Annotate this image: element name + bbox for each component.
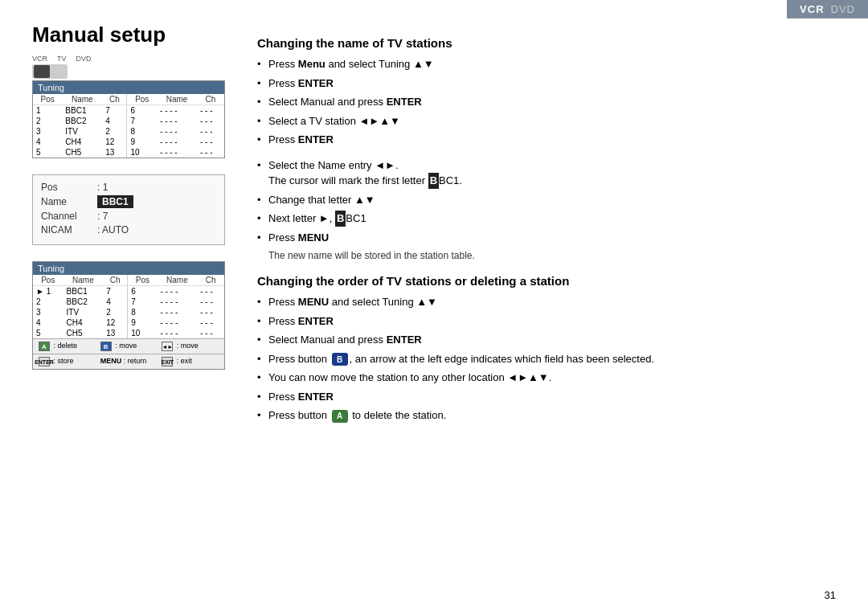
nicam-row: NICAM : AUTO	[41, 224, 216, 235]
vcr-toggle-label: VCR	[32, 55, 47, 63]
col-ch1: Ch	[102, 94, 127, 105]
bullet-1-3: Select Manual and press ENTER	[257, 94, 844, 110]
page-title: Manual setup	[32, 23, 166, 47]
legend-row: A : delete B : move ◄► : move	[33, 338, 224, 354]
col-name1: Name	[62, 94, 102, 105]
section1-bullets: Press Menu and select Tuning ▲▼ Press EN…	[257, 56, 844, 148]
tuning-box-bottom: Tuning Pos Name Ch Pos Name Ch ► 1BBC176…	[32, 261, 225, 370]
col-ch2: Ch	[197, 94, 224, 105]
table-row: 4CH4129- - - -- - -	[33, 317, 224, 328]
bullet-2-3: Select Manual and press ENTER	[257, 332, 844, 348]
next-b: B	[335, 211, 346, 227]
left-column: Tuning Pos Name Ch Pos Name Ch 1BBC176- …	[32, 80, 225, 370]
col-pos2-b: Pos	[128, 275, 158, 286]
dvd-label: DVD	[831, 3, 855, 15]
tuning-box-top-header: Tuning	[33, 81, 224, 94]
bullet-change-letter: Change that letter ▲▼	[257, 192, 844, 208]
tuning-box-top: Tuning Pos Name Ch Pos Name Ch 1BBC176- …	[32, 80, 225, 158]
bullet-press-menu: Press MENU	[257, 230, 844, 246]
table-row: 3ITV28- - - -- - -	[33, 307, 224, 317]
col-name2-b: Name	[158, 275, 198, 286]
name-value: BBC1	[97, 195, 133, 208]
col-pos1: Pos	[33, 94, 62, 105]
bullet-1-2: Press ENTER	[257, 76, 844, 92]
legend-key-menu: MENU	[100, 357, 122, 365]
channel-row: Channel : 7	[41, 211, 216, 222]
table-row: 4CH4129- - - -- - -	[33, 137, 224, 147]
legend-text-enter: : store	[54, 357, 74, 365]
bullet-2-6: Press ENTER	[257, 389, 844, 405]
btn-b-icon: B	[332, 353, 348, 366]
legend-b: B : move	[98, 341, 160, 352]
store-note: The new name will be stored in the stati…	[257, 248, 844, 263]
pos-value: : 1	[97, 182, 108, 193]
legend-key-b: B	[100, 342, 112, 351]
page-number: 31	[825, 589, 836, 601]
cursor-b: B	[428, 173, 439, 189]
bullet-2-4: Press button B, an arrow at the left edg…	[257, 351, 844, 367]
legend-menu: MENU : return	[98, 356, 160, 367]
section1-title: Changing the name of TV stations	[257, 36, 844, 50]
table-row: 2BBC247- - - -- - -	[33, 116, 224, 126]
section2-bullets: Press MENU and select Tuning ▲▼ Press EN…	[257, 294, 844, 424]
vcr-dvd-bar: VCR DVD	[787, 0, 868, 18]
table-row: 1BBC176- - - -- - -	[33, 105, 224, 117]
nicam-value: : AUTO	[97, 224, 129, 235]
channel-value: : 7	[97, 211, 108, 222]
col-name1-b: Name	[63, 275, 104, 286]
bullet-1-1: Press Menu and select Tuning ▲▼	[257, 56, 844, 72]
col-ch1-b: Ch	[103, 275, 127, 286]
bullet-2-2: Press ENTER	[257, 313, 844, 330]
btn-a-icon: A	[332, 410, 348, 423]
col-pos1-b: Pos	[33, 275, 63, 286]
name-label: Name	[41, 196, 97, 207]
tv-toggle-label: TV	[57, 55, 67, 63]
col-ch2-b: Ch	[197, 275, 224, 286]
toggle-switch[interactable]	[32, 64, 68, 79]
legend-text-menu: : return	[124, 357, 147, 365]
legend-text-b: : move	[115, 342, 137, 350]
legend-exit: EXIT : exit	[159, 356, 221, 367]
right-column: Changing the name of TV stations Press M…	[257, 36, 844, 433]
legend-key-enter: ENTER	[39, 357, 50, 366]
toggle-area: VCR TV DVD	[32, 55, 92, 79]
table-row: 3ITV28- - - -- - -	[33, 126, 224, 137]
section1: Changing the name of TV stations Press M…	[257, 36, 844, 263]
legend-arrow: ◄► : move	[159, 341, 221, 352]
tuning-table-bottom: Pos Name Ch Pos Name Ch ► 1BBC176- - - -…	[33, 275, 224, 338]
legend-text-arrow: : move	[177, 342, 199, 350]
legend-key-arrow: ◄►	[162, 342, 173, 351]
name-row: Name BBC1	[41, 195, 216, 208]
channel-label: Channel	[41, 211, 97, 222]
bullet-2-5: You can now move the station to any othe…	[257, 370, 844, 386]
section1-name-bullets: Select the Name entry ◄►. The cursor wil…	[257, 158, 844, 264]
table-row: ► 1BBC176- - - -- - -	[33, 286, 224, 297]
table-row: 5CH51310- - - -- - -	[33, 328, 224, 338]
tuning-table-top: Pos Name Ch Pos Name Ch 1BBC176- - - -- …	[33, 94, 224, 158]
legend-enter: ENTER : store	[36, 356, 98, 367]
bullet-1-5: Press ENTER	[257, 132, 844, 148]
vcr-label: VCR	[800, 3, 824, 15]
table-row: 5CH51310- - - -- - -	[33, 147, 224, 158]
legend-a: A : delete	[36, 341, 98, 352]
bullet-2-7: Press button A to delete the station.	[257, 407, 844, 424]
bullet-name-entry: Select the Name entry ◄►. The cursor wil…	[257, 158, 844, 189]
legend-text-a: : delete	[54, 342, 78, 350]
toggle-label-row: VCR TV DVD	[32, 55, 92, 63]
legend-key-a: A	[39, 342, 50, 351]
legend-row2: ENTER : store MENU : return EXIT : exit	[33, 354, 224, 369]
pos-label: Pos	[41, 182, 97, 193]
col-pos2: Pos	[127, 94, 157, 105]
bullet-2-1: Press MENU and select Tuning ▲▼	[257, 294, 844, 310]
name-entry-box: Pos : 1 Name BBC1 Channel : 7 NICAM : AU…	[32, 174, 225, 245]
section2-title: Changing the order of TV stations or del…	[257, 274, 844, 288]
legend-text-exit: : exit	[177, 357, 192, 365]
section2: Changing the order of TV stations or del…	[257, 274, 844, 424]
pos-row: Pos : 1	[41, 182, 216, 193]
tuning-box-bottom-header: Tuning	[33, 262, 224, 275]
table-row: 2BBC247- - - -- - -	[33, 297, 224, 307]
toggle-knob	[34, 65, 50, 78]
dvd-toggle-label: DVD	[76, 55, 92, 63]
bullet-1-4: Select a TV station ◄►▲▼	[257, 113, 844, 129]
nicam-label: NICAM	[41, 224, 97, 235]
